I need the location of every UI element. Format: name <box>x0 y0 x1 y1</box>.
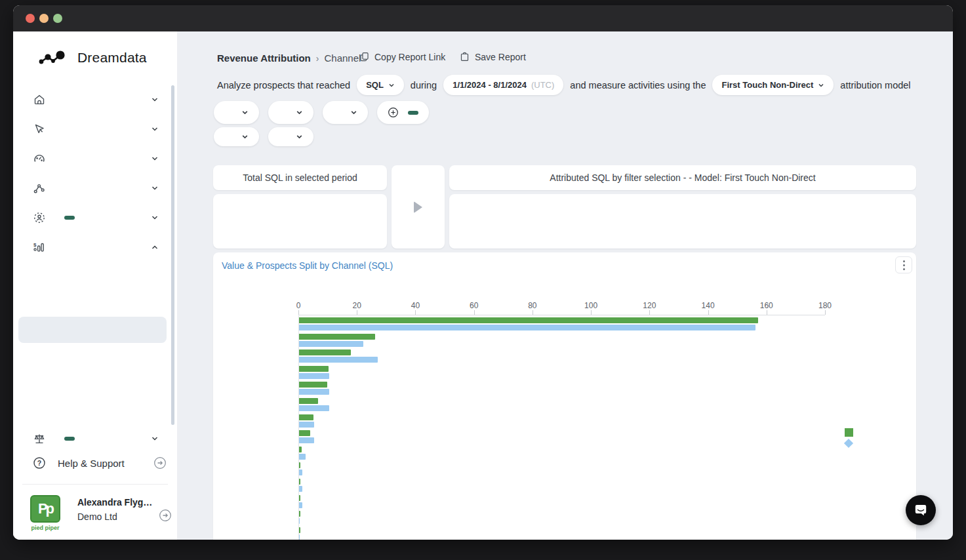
chart-legend <box>845 428 858 450</box>
sidebar-subitem-cac[interactable] <box>13 397 177 424</box>
axis-tick-mark <box>767 310 767 315</box>
attribution-model-dropdown[interactable]: First Touch Non-Direct <box>712 75 834 95</box>
save-report-icon <box>459 51 470 62</box>
save-report-button[interactable]: Save Report <box>459 51 526 62</box>
sidebar-subitem-revenue-segmentation[interactable] <box>13 290 177 316</box>
value-bar[interactable] <box>299 350 351 355</box>
value-bar[interactable] <box>299 366 329 372</box>
expand-panel-button[interactable] <box>392 165 445 249</box>
axis-tick-label: 60 <box>470 301 478 310</box>
attributed-card-title: Attributed SQL by filter selection - - M… <box>449 165 916 190</box>
value-bar[interactable] <box>299 382 327 388</box>
value-bar[interactable] <box>299 414 313 420</box>
value-bar[interactable] <box>299 462 300 468</box>
chat-bubble-icon <box>913 502 929 518</box>
value-bar[interactable] <box>299 317 758 323</box>
prospects-bar[interactable] <box>299 357 378 363</box>
workspace-logo-caption: pied piper <box>28 525 63 531</box>
sidebar-item-home[interactable] <box>13 85 177 114</box>
value-bar[interactable] <box>299 334 375 340</box>
breadcrumb-report[interactable]: Revenue Attribution <box>217 52 311 64</box>
prospects-bar[interactable] <box>299 405 329 411</box>
sidebar-subitem-attribution-models[interactable] <box>13 344 177 370</box>
total-stats-card <box>213 194 387 249</box>
filter-group-by-dropdown[interactable] <box>268 127 313 146</box>
chevron-down-icon <box>151 96 159 104</box>
value-bar[interactable] <box>299 398 318 404</box>
home-icon <box>33 93 46 106</box>
filter-aggregation-dropdown[interactable] <box>214 127 259 146</box>
user-name: Alexandra Flyg… <box>77 497 152 508</box>
svg-text:?: ? <box>37 459 41 467</box>
stat-prospects <box>449 194 566 249</box>
value-bar[interactable] <box>299 447 302 452</box>
stat-share-of-total-prospects <box>566 194 683 249</box>
prospects-bar[interactable] <box>299 422 314 428</box>
intercom-chat-button[interactable] <box>906 495 936 525</box>
value-bar[interactable] <box>299 495 300 501</box>
attributed-stats-card <box>449 194 916 249</box>
axis-tick-label: 180 <box>818 301 832 310</box>
value-bar[interactable] <box>299 511 300 517</box>
copy-report-link-button[interactable]: Copy Report Link <box>359 51 445 62</box>
prospects-bar[interactable] <box>299 518 300 524</box>
sidebar-scrollbar[interactable] <box>171 85 174 425</box>
open-help-arrow-icon[interactable] <box>153 456 167 470</box>
sidebar-subitem-content-analytics[interactable] <box>13 370 177 397</box>
sidebar-divider <box>22 484 168 485</box>
axis-tick-label: 40 <box>411 301 420 310</box>
stat-percentage-of-total-value <box>799 194 916 249</box>
prospects-bar[interactable] <box>299 341 363 347</box>
prospects-bar[interactable] <box>299 470 302 475</box>
chevron-down-icon <box>151 155 159 163</box>
user-organization: Demo Ltd <box>77 511 117 522</box>
plus-circle-icon <box>388 107 399 118</box>
value-bar[interactable] <box>299 527 300 533</box>
revenue-bars-icon: $ <box>33 241 46 254</box>
window-titlebar <box>13 5 953 31</box>
stat-total-value <box>300 194 388 249</box>
legend-item <box>845 440 858 447</box>
prospects-bar[interactable] <box>299 486 302 492</box>
gauge-icon <box>33 152 46 165</box>
prospects-bar[interactable] <box>299 502 302 508</box>
axis-tick-mark <box>825 310 826 315</box>
close-window-button[interactable] <box>26 14 35 23</box>
sidebar-item-performance[interactable] <box>13 144 177 173</box>
add-filter-button[interactable] <box>377 101 429 124</box>
sidebar-item-help-support[interactable]: ? Help & Support <box>13 452 177 473</box>
value-bar[interactable] <box>299 479 300 485</box>
chart-title-link[interactable]: Value & Prospects Split by Channel (SQL) <box>222 260 393 271</box>
zoom-window-button[interactable] <box>53 14 62 23</box>
prospects-bar[interactable] <box>299 437 314 443</box>
filter-campaign-dropdown[interactable] <box>323 101 368 124</box>
filter-source-dropdown[interactable] <box>268 101 313 124</box>
value-bar[interactable] <box>299 430 310 436</box>
cursor-icon <box>33 123 46 136</box>
sidebar-item-audience-hub[interactable] <box>13 203 177 232</box>
sidebar-subitem-revenue-attribution[interactable] <box>18 317 167 343</box>
prospects-bar[interactable] <box>299 534 300 540</box>
prospects-bar[interactable] <box>299 373 329 379</box>
svg-text:$: $ <box>33 241 37 247</box>
date-range-value: 1/1/2024 - 8/1/2024 <box>453 80 527 90</box>
filter-channel-dropdown[interactable] <box>214 101 259 124</box>
axis-tick-mark <box>591 310 592 315</box>
brand-logo[interactable]: Dreamdata <box>37 50 147 66</box>
stage-dropdown[interactable]: SQL <box>357 75 404 95</box>
sidebar-item-customer-journeys[interactable] <box>13 173 177 203</box>
copy-icon <box>359 51 370 62</box>
prospects-bar[interactable] <box>299 454 306 460</box>
account-arrow-icon[interactable] <box>159 509 172 522</box>
prospects-bar[interactable] <box>299 389 329 395</box>
date-range-picker[interactable]: 1/1/2024 - 8/1/2024 (UTC) <box>443 75 563 95</box>
prospects-bar[interactable] <box>299 325 755 330</box>
sidebar-subitem-revenue-reporting[interactable] <box>13 263 177 289</box>
sidebar-item-revenue-analytics[interactable]: $ <box>13 232 177 262</box>
chart-menu-button[interactable] <box>895 256 912 273</box>
sidebar-item-engagement[interactable] <box>13 114 177 144</box>
legend-item <box>845 428 858 437</box>
dreamdata-logo-icon <box>37 50 71 66</box>
minimize-window-button[interactable] <box>39 14 49 23</box>
axis-tick-mark <box>708 310 709 315</box>
